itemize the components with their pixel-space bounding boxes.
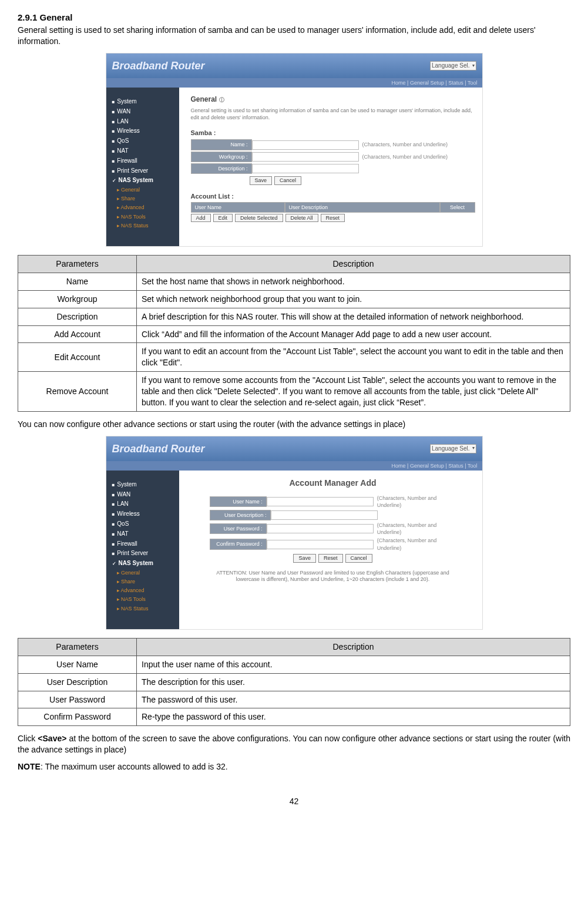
sidebar-item[interactable]: ■System <box>112 98 177 106</box>
save-tag: <Save> <box>38 734 66 743</box>
sidebar-subitem[interactable]: ▸ NAS Status <box>117 605 177 612</box>
sidebar-item[interactable]: ■Firewall <box>112 157 177 165</box>
sidebar-item[interactable]: ■NAT <box>112 530 177 538</box>
sidebar-item[interactable]: ■Print Server <box>112 167 177 175</box>
table-row: User DescriptionThe description for this… <box>18 673 570 691</box>
chevron-down-icon: ▾ <box>472 63 475 69</box>
main-panel: Account Manager Add User Name :(Characte… <box>179 471 482 629</box>
language-select-label: Language Sel. <box>432 445 470 453</box>
section-intro: General setting is used to set sharing i… <box>18 25 570 47</box>
field-hint: (Characters, Number and Underline) <box>362 141 448 148</box>
sidebar-item[interactable]: ■NAT <box>112 147 177 155</box>
sidebar-item[interactable]: ■Wireless <box>112 127 177 135</box>
panel-heading: General ⓘ <box>191 95 475 104</box>
section-heading: 2.9.1 General <box>18 12 570 23</box>
table-row: NameSet the host name that shows in netw… <box>18 273 570 290</box>
reset-button[interactable]: Reset <box>318 554 343 563</box>
table-header-description: Description <box>137 638 570 656</box>
sidebar-item[interactable]: ■LAN <box>112 117 177 126</box>
username-input[interactable] <box>267 497 374 506</box>
sidebar-item[interactable]: ■Firewall <box>112 540 177 548</box>
field-label: Name : <box>191 139 252 150</box>
language-select[interactable]: Language Sel. ▾ <box>430 61 476 70</box>
account-table-header: User Name User Description Select <box>191 202 475 213</box>
sidebar-item-active[interactable]: ✓NAS System <box>112 559 177 567</box>
sidebar: ■System ■WAN ■LAN ■Wireless ■QoS ■NAT ■F… <box>106 88 179 246</box>
sidebar-subitem[interactable]: ▸ NAS Status <box>117 222 177 229</box>
field-hint: (Characters, Number and Underline) <box>362 153 448 160</box>
table-row: Edit AccountIf you want to edit an accou… <box>18 343 570 372</box>
field-hint: (Characters, Number and Underline) <box>377 537 456 551</box>
table-row: User PasswordThe password of this user. <box>18 691 570 708</box>
userdesc-input[interactable] <box>271 510 378 520</box>
col-select: Select <box>440 202 475 213</box>
sidebar-item[interactable]: ■QoS <box>112 520 177 528</box>
table-row: User NameInput the user name of this acc… <box>18 656 570 673</box>
field-label: User Name : <box>210 496 267 507</box>
field-label: User Description : <box>210 510 271 520</box>
table-header-parameters: Parameters <box>18 638 137 656</box>
table-row: DescriptionA brief description for this … <box>18 308 570 325</box>
language-select[interactable]: Language Sel. ▾ <box>430 444 476 453</box>
sidebar-item[interactable]: ■WAN <box>112 490 177 499</box>
sidebar-item-active[interactable]: ✓NAS System <box>112 176 177 184</box>
sidebar-item[interactable]: ■System <box>112 481 177 489</box>
main-panel: General ⓘ General setting is used to set… <box>179 88 482 246</box>
sidebar-subitem[interactable]: ▸ Advanced <box>117 587 177 594</box>
col-userdesc: User Description <box>285 202 440 213</box>
sidebar-item[interactable]: ■Print Server <box>112 549 177 557</box>
language-select-label: Language Sel. <box>432 62 470 70</box>
cancel-button[interactable]: Cancel <box>274 176 301 185</box>
sidebar-subitem[interactable]: ▸ Share <box>117 578 177 585</box>
name-input[interactable] <box>252 140 359 150</box>
note-bold: NOTE <box>18 762 41 771</box>
field-hint: (Characters, Number and Underline) <box>377 522 456 536</box>
sidebar-item[interactable]: ■LAN <box>112 500 177 508</box>
description-input[interactable] <box>252 164 359 173</box>
workgroup-input[interactable] <box>252 152 359 162</box>
closing-note: NOTE: The maximum user accounts allowed … <box>18 761 570 772</box>
table-header-description: Description <box>137 256 570 273</box>
add-button[interactable]: Add <box>191 214 211 223</box>
closing-save-para: Click <Save> at the bottom of the screen… <box>18 733 570 755</box>
reset-button[interactable]: Reset <box>321 214 345 223</box>
top-tabs[interactable]: Home | General Setup | Status | Tool <box>106 78 482 88</box>
sidebar: ■System ■WAN ■LAN ■Wireless ■QoS ■NAT ■F… <box>106 471 179 629</box>
userpassword-input[interactable] <box>267 524 374 533</box>
panel-desc: General setting is used to set sharing i… <box>191 107 475 121</box>
mid-paragraph: You can now configure other advance sect… <box>18 419 570 430</box>
samba-label: Samba : <box>191 129 475 137</box>
top-tabs[interactable]: Home | General Setup | Status | Tool <box>106 461 482 471</box>
table-row: Confirm PasswordRe-type the password of … <box>18 708 570 726</box>
sidebar-item[interactable]: ■WAN <box>112 107 177 116</box>
cancel-button[interactable]: Cancel <box>345 554 372 563</box>
table-row: Remove AccountIf you want to remove some… <box>18 372 570 412</box>
chevron-down-icon: ▾ <box>472 445 475 452</box>
parameters-table-1: Parameters Description NameSet the host … <box>18 255 570 412</box>
router-title: Broadband Router <box>112 442 205 456</box>
sidebar-subitem[interactable]: ▸ Share <box>117 195 177 202</box>
save-button[interactable]: Save <box>293 554 316 563</box>
sidebar-subitem[interactable]: ▸ General <box>117 569 177 576</box>
sidebar-item[interactable]: ■QoS <box>112 137 177 145</box>
confirmpassword-input[interactable] <box>267 540 374 549</box>
table-row: WorkgroupSet which network neighborhood … <box>18 290 570 308</box>
router-title: Broadband Router <box>112 59 205 73</box>
field-hint: (Characters, Number and Underline) <box>377 495 456 509</box>
delete-selected-button[interactable]: Delete Selected <box>235 214 283 223</box>
table-row: Add AccountClick “Add” and fill the info… <box>18 325 570 343</box>
page-number: 42 <box>18 796 570 807</box>
sidebar-item[interactable]: ■Wireless <box>112 510 177 518</box>
field-label: Workgroup : <box>191 152 252 162</box>
field-label: Description : <box>191 163 252 174</box>
table-header-parameters: Parameters <box>18 256 137 273</box>
delete-all-button[interactable]: Delete All <box>285 214 318 223</box>
sidebar-subitem[interactable]: ▸ NAS Tools <box>117 213 177 220</box>
sidebar-subitem[interactable]: ▸ NAS Tools <box>117 596 177 603</box>
field-label: User Password : <box>210 523 267 534</box>
sidebar-subitem[interactable]: ▸ Advanced <box>117 204 177 211</box>
edit-button[interactable]: Edit <box>213 214 233 223</box>
sidebar-subitem[interactable]: ▸ General <box>117 186 177 193</box>
save-button[interactable]: Save <box>250 176 273 185</box>
screenshot-general: Broadband Router Language Sel. ▾ Home | … <box>106 53 483 247</box>
